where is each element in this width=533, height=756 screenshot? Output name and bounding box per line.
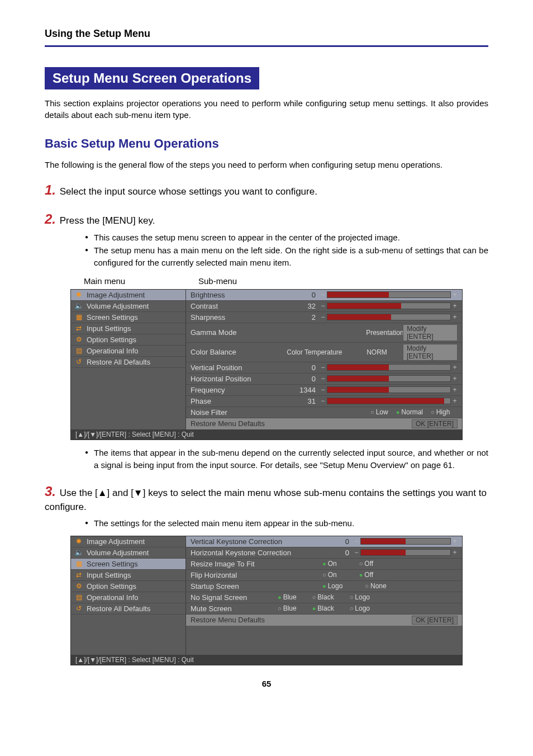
option[interactable]: Logo	[350, 604, 370, 612]
option[interactable]: Low	[370, 408, 388, 416]
option[interactable]: Logo	[322, 582, 342, 590]
main-menu-item[interactable]: ↺Restore All Defaults	[71, 603, 185, 615]
option[interactable]: Off	[359, 560, 373, 568]
sub-menu-row[interactable]: Startup ScreenLogoNone	[186, 581, 462, 592]
section-heading: Setup Menu Screen Operations	[45, 67, 259, 89]
main-menu-item[interactable]: 🔈Volume Adjustment	[71, 301, 185, 312]
sub-menu-row[interactable]: Sharpness2−+	[186, 312, 462, 323]
sub-menu-value: 2	[289, 313, 317, 322]
radio-icon	[278, 593, 282, 601]
sub-menu-row[interactable]: No Signal ScreenBlueBlackLogo	[186, 592, 462, 603]
sub-menu-name: No Signal Screen	[191, 593, 274, 602]
main-menu-item[interactable]: ✺Image Adjustment	[71, 290, 185, 301]
sub-menu-row[interactable]: Flip HorizontalOnOff	[186, 570, 462, 581]
option[interactable]: Blue	[278, 604, 297, 612]
option[interactable]: On	[322, 571, 337, 579]
modify-button[interactable]: Modify [ENTER]	[403, 344, 458, 361]
setup-menu-screenshot-2: ✺Image Adjustment🔈Volume Adjustment▦Scre…	[70, 536, 463, 665]
sub-menu-row[interactable]: Vertical Keystone Correction0−+	[186, 536, 462, 547]
slider[interactable]: −+	[354, 549, 458, 556]
sub-menu-name: Horizontal Position	[191, 375, 285, 383]
sub-menu-column: Brightness0−+Contrast32−+Sharpness2−+Gam…	[186, 290, 462, 429]
plus-icon: +	[452, 397, 458, 405]
main-menu-item[interactable]: ▦Screen Settings	[71, 559, 185, 570]
modify-button[interactable]: Modify [ENTER]	[403, 324, 458, 341]
menu-icon: ⇄	[74, 571, 83, 579]
minus-icon: −	[320, 313, 326, 321]
plus-icon: +	[452, 313, 458, 321]
main-menu-item[interactable]: ⚙Option Settings	[71, 334, 185, 346]
option[interactable]: High	[431, 408, 450, 416]
restore-label: Restore Menu Defaults	[191, 419, 265, 428]
main-menu-item-label: Image Adjustment	[87, 291, 145, 299]
option[interactable]: Black	[312, 604, 334, 612]
menu-icon: ▦	[74, 560, 83, 568]
main-menu-item[interactable]: ⇄Input Settings	[71, 323, 185, 334]
main-menu-item-label: Volume Adjustment	[87, 302, 149, 310]
sub-menu-name: Gamma Mode	[191, 328, 283, 337]
slider[interactable]: −+	[320, 313, 458, 321]
setup-menu-screenshot-1: ✺Image Adjustment🔈Volume Adjustment▦Scre…	[70, 289, 463, 440]
menu-footer-hint: [▲]/[▼]/[ENTER] : Select [MENU] : Quit	[71, 655, 462, 665]
sub-menu-row[interactable]: Resize Image To FitOnOff	[186, 559, 462, 570]
slider[interactable]: −+	[320, 386, 458, 394]
option[interactable]: Black	[312, 593, 334, 601]
main-menu-label: Main menu	[84, 276, 198, 286]
slider[interactable]: −+	[320, 363, 458, 371]
main-menu-column: ✺Image Adjustment🔈Volume Adjustment▦Scre…	[71, 290, 186, 429]
restore-menu-defaults-row[interactable]: Restore Menu DefaultsOK [ENTER]	[186, 615, 462, 626]
step-3-text: Use the [▲] and [▼] keys to select the m…	[45, 488, 487, 513]
option[interactable]: None	[365, 582, 386, 590]
main-menu-item[interactable]: ▤Operational Info	[71, 346, 185, 357]
slider[interactable]: −+	[320, 375, 458, 382]
main-menu-item[interactable]: ↺Restore All Defaults	[71, 357, 185, 368]
radio-icon	[365, 582, 369, 590]
ok-enter-button[interactable]: OK [ENTER]	[412, 419, 458, 428]
sub-menu-row[interactable]: Phase31−+	[186, 396, 462, 407]
sub-menu-row[interactable]: Brightness0−+	[186, 290, 462, 301]
plus-icon: +	[452, 302, 458, 310]
main-menu-item[interactable]: ▤Operational Info	[71, 592, 185, 603]
main-menu-item[interactable]: 🔈Volume Adjustment	[71, 547, 185, 559]
restore-menu-defaults-row[interactable]: Restore Menu DefaultsOK [ENTER]	[186, 418, 462, 429]
radio-icon	[322, 571, 326, 579]
menu-icon: ✺	[74, 291, 83, 299]
option[interactable]: Logo	[350, 593, 370, 601]
main-menu-item[interactable]: ✺Image Adjustment	[71, 536, 185, 547]
sub-menu-row[interactable]: Mute ScreenBlueBlackLogo	[186, 603, 462, 615]
main-menu-item[interactable]: ▦Screen Settings	[71, 312, 185, 323]
sub-menu-value: 0	[289, 363, 317, 372]
slider[interactable]: −+	[354, 537, 458, 545]
ok-enter-button[interactable]: OK [ENTER]	[412, 616, 458, 625]
step-3: 3. Use the [▲] and [▼] keys to select th…	[45, 482, 488, 514]
main-menu-item[interactable]: ⚙Option Settings	[71, 581, 185, 592]
main-menu-item-label: Restore All Defaults	[87, 358, 150, 366]
slider[interactable]: −+	[320, 302, 458, 310]
main-menu-item-label: Image Adjustment	[87, 537, 145, 546]
option-group: LowNormalHigh	[370, 408, 458, 416]
sub-menu-row[interactable]: Vertical Position0−+	[186, 362, 462, 374]
slider[interactable]: −+	[320, 291, 458, 299]
radio-icon	[312, 593, 316, 601]
sub-menu-name: Phase	[191, 397, 285, 405]
main-menu-item-label: Restore All Defaults	[87, 604, 150, 613]
option[interactable]: Off	[359, 571, 373, 579]
main-menu-item[interactable]: ⇄Input Settings	[71, 570, 185, 581]
slider[interactable]: −+	[320, 397, 458, 405]
menu-footer-hint: [▲]/[▼]/[ENTER] : Select [MENU] : Quit	[71, 429, 462, 440]
option[interactable]: On	[322, 560, 337, 568]
sub-menu-row[interactable]: Gamma ModePresentationModify [ENTER]	[186, 323, 462, 343]
sub-menu-row[interactable]: Color BalanceColor TemperatureNORMModify…	[186, 343, 462, 362]
option[interactable]: Normal	[396, 408, 423, 416]
sub-menu-row[interactable]: Horizontal Keystone Correction0−+	[186, 547, 462, 559]
step-2-bullets: This causes the setup menu screen to app…	[63, 231, 488, 270]
sub-menu-row[interactable]: Frequency1344−+	[186, 385, 462, 396]
sub-menu-row[interactable]: Noise FilterLowNormalHigh	[186, 407, 462, 418]
main-menu-column: ✺Image Adjustment🔈Volume Adjustment▦Scre…	[71, 536, 186, 655]
option[interactable]: Blue	[278, 593, 297, 601]
sub-menu-row[interactable]: Horizontal Position0−+	[186, 374, 462, 385]
sub-menu-name: Noise Filter	[191, 408, 285, 417]
step-2-bullet-1: This causes the setup menu screen to app…	[85, 231, 488, 244]
after-shot1-bullets: The items that appear in the sub-menu de…	[63, 447, 488, 472]
sub-menu-row[interactable]: Contrast32−+	[186, 301, 462, 312]
